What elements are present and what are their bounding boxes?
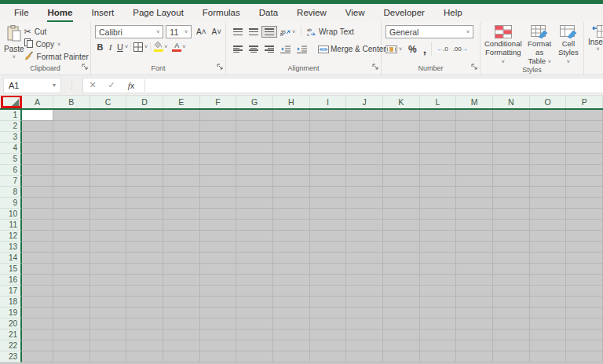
cell[interactable] [200, 187, 237, 198]
cell[interactable] [383, 187, 420, 198]
cell[interactable] [90, 154, 127, 165]
cell[interactable] [236, 121, 273, 132]
cell[interactable] [273, 275, 310, 286]
row-header-18[interactable]: 18 [0, 297, 22, 308]
borders-dropdown[interactable]: ˅ [144, 44, 148, 49]
cell[interactable] [566, 351, 603, 362]
cell[interactable] [273, 308, 310, 318]
alignment-dialog-launcher[interactable] [372, 63, 378, 72]
cell[interactable] [310, 110, 347, 121]
cell[interactable] [530, 340, 567, 351]
cell[interactable] [90, 286, 127, 297]
cell[interactable] [22, 121, 53, 132]
cell[interactable] [456, 351, 493, 362]
cell[interactable] [22, 132, 53, 143]
column-header-H[interactable]: H [273, 96, 310, 108]
cell[interactable] [200, 165, 237, 176]
cell[interactable] [53, 286, 90, 297]
cell[interactable] [310, 253, 347, 264]
cell[interactable] [273, 209, 310, 220]
cell[interactable] [236, 165, 273, 176]
cell[interactable] [126, 176, 163, 187]
cell[interactable] [420, 165, 457, 176]
cell[interactable] [22, 340, 53, 351]
cell[interactable] [200, 308, 237, 318]
cell[interactable] [163, 242, 200, 253]
row-header-10[interactable]: 10 [0, 209, 22, 220]
cell[interactable] [420, 198, 457, 209]
cell[interactable] [163, 110, 200, 121]
cell[interactable] [493, 242, 530, 253]
cell[interactable] [420, 220, 457, 231]
cell[interactable] [566, 340, 603, 351]
cell[interactable] [383, 231, 420, 242]
cell[interactable] [163, 297, 200, 308]
cell[interactable] [90, 351, 127, 362]
cell[interactable] [126, 220, 163, 231]
cell[interactable] [530, 351, 567, 362]
wrap-text-button[interactable]: abc Wrap Text [304, 25, 357, 38]
tab-help[interactable]: Help [434, 4, 472, 22]
cell[interactable] [493, 121, 530, 132]
column-header-O[interactable]: O [530, 96, 567, 108]
cell[interactable] [310, 187, 347, 198]
cell[interactable] [163, 220, 200, 231]
decrease-decimal-button[interactable]: .00→ [453, 46, 468, 53]
column-header-F[interactable]: F [200, 96, 237, 108]
cell[interactable] [163, 340, 200, 351]
cell[interactable] [310, 165, 347, 176]
cell[interactable] [53, 187, 90, 198]
cell[interactable] [163, 198, 200, 209]
cell[interactable] [310, 275, 347, 286]
cell[interactable] [493, 165, 530, 176]
cell[interactable] [126, 198, 163, 209]
cell[interactable] [383, 340, 420, 351]
cell[interactable] [273, 318, 310, 329]
cell[interactable] [22, 198, 53, 209]
cell[interactable] [310, 198, 347, 209]
cell[interactable] [163, 318, 200, 329]
cell[interactable] [273, 154, 310, 165]
increase-indent-button[interactable] [294, 43, 310, 56]
row-header-11[interactable]: 11 [0, 220, 22, 231]
cell[interactable] [383, 132, 420, 143]
cell[interactable] [493, 176, 530, 187]
row-header-14[interactable]: 14 [0, 253, 22, 264]
cell[interactable] [566, 297, 603, 308]
cell[interactable] [126, 275, 163, 286]
number-format-select[interactable]: General ˅ [386, 25, 473, 38]
cell[interactable] [200, 132, 237, 143]
cell[interactable] [493, 143, 530, 154]
cell[interactable] [126, 121, 163, 132]
cell[interactable] [346, 329, 383, 340]
cell[interactable] [310, 318, 347, 329]
cell[interactable] [22, 242, 53, 253]
cell[interactable] [346, 132, 383, 143]
cell[interactable] [90, 275, 127, 286]
cell[interactable] [566, 231, 603, 242]
cell[interactable] [22, 231, 53, 242]
cell[interactable] [126, 286, 163, 297]
cell[interactable] [163, 264, 200, 275]
cell[interactable] [53, 132, 90, 143]
cell[interactable] [126, 154, 163, 165]
cell[interactable] [493, 198, 530, 209]
cell[interactable] [456, 286, 493, 297]
cell[interactable] [346, 220, 383, 231]
cell[interactable] [456, 242, 493, 253]
name-box[interactable]: A1 ▾ [3, 78, 61, 93]
cell[interactable] [493, 132, 530, 143]
cell[interactable] [530, 187, 567, 198]
cell[interactable] [163, 132, 200, 143]
cell[interactable] [22, 253, 53, 264]
cell[interactable] [420, 143, 457, 154]
cell[interactable] [200, 275, 237, 286]
cell[interactable] [126, 187, 163, 198]
cell[interactable] [346, 187, 383, 198]
middle-align-button[interactable] [246, 26, 261, 38]
cell[interactable] [566, 198, 603, 209]
column-header-P[interactable]: P [566, 96, 603, 108]
cell[interactable] [346, 264, 383, 275]
cell[interactable] [53, 220, 90, 231]
cell[interactable] [420, 209, 457, 220]
